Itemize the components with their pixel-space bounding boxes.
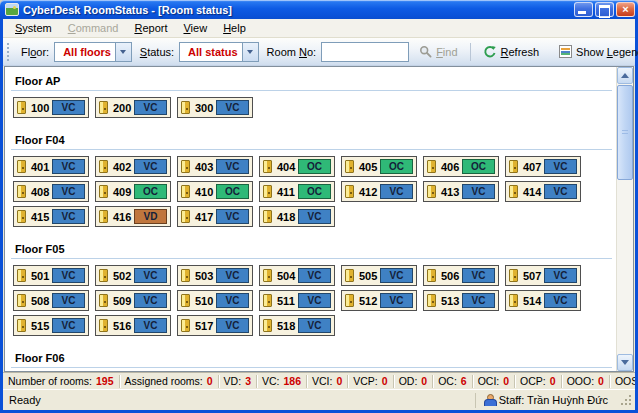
chevron-down-icon[interactable] [115, 43, 131, 61]
room-cell-518[interactable]: 518VC [259, 315, 335, 336]
room-cell-515[interactable]: 515VC [13, 315, 89, 336]
room-cell-405[interactable]: 405OC [341, 156, 417, 177]
room-cell-409[interactable]: 409OC [95, 181, 171, 202]
room-number: 412 [359, 186, 377, 198]
room-cell-408[interactable]: 408VC [13, 181, 89, 202]
room-cell-517[interactable]: 517VC [177, 315, 253, 336]
room-status-badge: VC [462, 293, 495, 308]
floor-filter-select[interactable]: All floors [54, 42, 132, 62]
vertical-scrollbar[interactable] [616, 67, 633, 371]
room-cell-501[interactable]: 501VC [13, 265, 89, 286]
room-cell-403[interactable]: 403VC [177, 156, 253, 177]
room-cell-411[interactable]: 411OC [259, 181, 335, 202]
room-number: 200 [113, 102, 131, 114]
window-frame: SystemCommandReportViewHelp Floor: All f… [0, 19, 638, 413]
status-ready-text: Ready [9, 394, 475, 406]
door-icon [345, 269, 354, 282]
room-status-badge: VC [134, 318, 167, 333]
room-cell-510[interactable]: 510VC [177, 290, 253, 311]
scrollbar-thumb[interactable] [617, 85, 633, 180]
room-cell-200[interactable]: 200VC [95, 97, 171, 118]
room-cell-505[interactable]: 505VC [341, 265, 417, 286]
room-cell-418[interactable]: 418VC [259, 206, 335, 227]
room-cell-414[interactable]: 414VC [505, 181, 581, 202]
search-icon [419, 45, 432, 58]
menu-item-help[interactable]: Help [215, 20, 254, 36]
status-filter-value: All status [184, 43, 242, 61]
room-status-badge: VC [216, 209, 249, 224]
room-cell-511[interactable]: 511VC [259, 290, 335, 311]
maximize-button[interactable] [595, 2, 614, 17]
staff-segment: Staff: Trần Huỳnh Đức [475, 393, 616, 408]
counter-label: OC: [438, 375, 457, 387]
room-cell-506[interactable]: 506VC [423, 265, 499, 286]
close-button[interactable]: × [616, 2, 635, 17]
room-cell-516[interactable]: 516VC [95, 315, 171, 336]
room-cell-415[interactable]: 415VC [13, 206, 89, 227]
counter-value: 0 [550, 375, 556, 387]
menu-item-report[interactable]: Report [126, 20, 175, 36]
scrollbar-track[interactable] [617, 181, 633, 354]
room-cell-410[interactable]: 410OC [177, 181, 253, 202]
show-legend-button[interactable]: Show Legend [553, 42, 638, 61]
room-cell-401[interactable]: 401VC [13, 156, 89, 177]
door-icon [427, 294, 436, 307]
room-cell-412[interactable]: 412VC [341, 181, 417, 202]
counter-segment: OOS:0 [610, 375, 635, 388]
door-icon [99, 269, 108, 282]
refresh-button[interactable]: Refresh [477, 42, 546, 62]
status-filter-select[interactable]: All status [179, 42, 259, 62]
room-cell-402[interactable]: 402VC [95, 156, 171, 177]
room-status-badge: OC [134, 184, 167, 199]
floor-header: Floor F04 [11, 131, 612, 150]
room-cell-513[interactable]: 513VC [423, 290, 499, 311]
room-cell-406[interactable]: 406OC [423, 156, 499, 177]
room-cell-100[interactable]: 100VC [13, 97, 89, 118]
room-cell-514[interactable]: 514VC [505, 290, 581, 311]
menu-item-view[interactable]: View [175, 20, 215, 36]
room-cell-416[interactable]: 416VD [95, 206, 171, 227]
scroll-up-button[interactable] [617, 67, 633, 84]
counter-label: VCP: [353, 375, 378, 387]
room-number: 407 [523, 161, 541, 173]
menu-item-system[interactable]: System [7, 20, 60, 36]
room-cell-507[interactable]: 507VC [505, 265, 581, 286]
room-cell-508[interactable]: 508VC [13, 290, 89, 311]
door-icon [345, 160, 354, 173]
room-number: 505 [359, 270, 377, 282]
counter-label: OOS: [615, 375, 635, 387]
app-icon [5, 3, 19, 16]
room-number: 512 [359, 295, 377, 307]
room-status-badge: VC [52, 318, 85, 333]
room-status-badge: OC [216, 184, 249, 199]
room-cell-502[interactable]: 502VC [95, 265, 171, 286]
minimize-button[interactable] [574, 2, 593, 17]
room-cell-503[interactable]: 503VC [177, 265, 253, 286]
room-cell-509[interactable]: 509VC [95, 290, 171, 311]
scroll-down-button[interactable] [617, 354, 633, 371]
room-number: 509 [113, 295, 131, 307]
room-number: 300 [195, 102, 213, 114]
room-status-badge: VC [216, 318, 249, 333]
door-icon [263, 185, 272, 198]
room-cell-417[interactable]: 417VC [177, 206, 253, 227]
door-icon [17, 319, 26, 332]
door-icon [181, 319, 190, 332]
door-icon [17, 210, 26, 223]
room-cell-300[interactable]: 300VC [177, 97, 253, 118]
room-cell-504[interactable]: 504VC [259, 265, 335, 286]
room-cell-404[interactable]: 404OC [259, 156, 335, 177]
room-cell-407[interactable]: 407VC [505, 156, 581, 177]
chevron-down-icon[interactable] [242, 43, 258, 61]
door-icon [345, 294, 354, 307]
room-no-input[interactable] [321, 42, 409, 62]
titlebar[interactable]: CyberDesk RoomStatus - [Room status] × [0, 0, 638, 19]
menubar: SystemCommandReportViewHelp [3, 19, 635, 38]
toolbar-grip[interactable] [7, 43, 9, 61]
room-cell-512[interactable]: 512VC [341, 290, 417, 311]
room-number: 410 [195, 186, 213, 198]
room-number: 414 [523, 186, 541, 198]
room-cell-413[interactable]: 413VC [423, 181, 499, 202]
room-number: 416 [113, 211, 131, 223]
resize-grip[interactable] [620, 394, 633, 407]
